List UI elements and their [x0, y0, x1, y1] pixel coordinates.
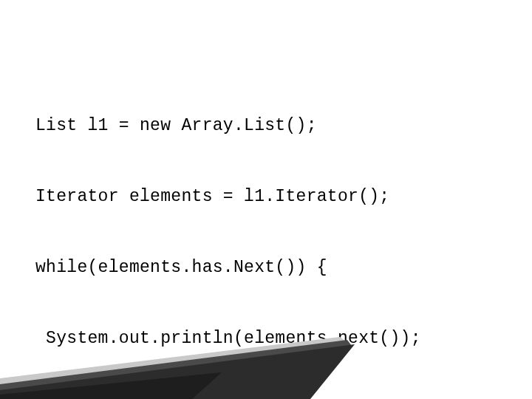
slide: List l1 = new Array.List(); Iterator ele…: [0, 0, 532, 399]
code-line: System.out.println(elements.next());: [35, 327, 421, 350]
code-line: List l1 = new Array.List();: [35, 114, 421, 137]
code-block: List l1 = new Array.List(); Iterator ele…: [35, 66, 421, 399]
code-line: Iterator elements = l1.Iterator();: [35, 185, 421, 208]
code-line: while(elements.has.Next()) {: [35, 256, 421, 279]
